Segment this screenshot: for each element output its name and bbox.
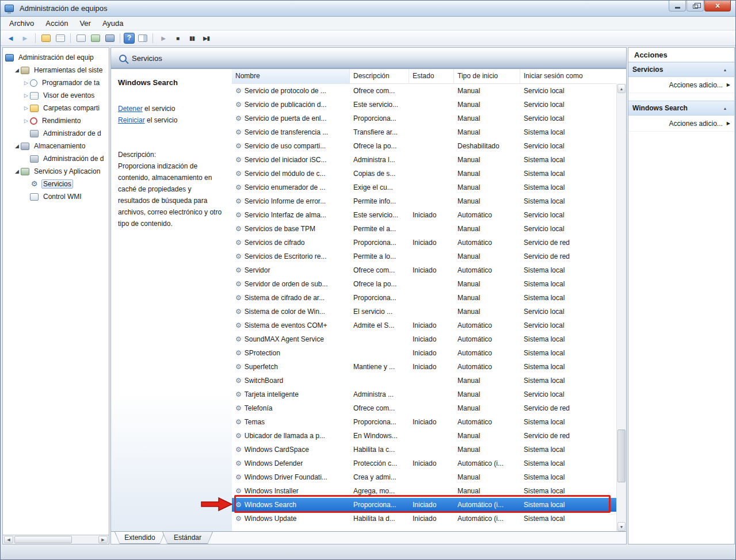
services-table-body: ⚙Servicio de protocolo de ... Ofrece com… [232, 84, 616, 531]
forward-button[interactable]: ► [18, 32, 32, 44]
tree-item-almacenamiento[interactable]: ◢ Almacenamiento [3, 140, 109, 152]
tree-item-administracion-de-discos[interactable]: ▷ Administración de d [3, 152, 109, 165]
table-row[interactable]: ⚙Sistema de color de Win... El servicio … [232, 305, 616, 319]
tree-item-visor-de-eventos[interactable]: ▷ Visor de eventos [3, 89, 109, 102]
stop-service-link[interactable]: Detener [118, 105, 143, 113]
minimize-button[interactable] [669, 1, 686, 11]
acciones-adicionales-servicios[interactable]: Acciones adicio... ▶ [628, 77, 734, 93]
acciones-adicionales-windows-search[interactable]: Acciones adicio... ▶ [628, 116, 734, 132]
stop-service-button[interactable]: ■ [171, 32, 184, 44]
scroll-left-button[interactable]: ◀ [4, 536, 13, 543]
twisty-collapsed-icon[interactable]: ▷ [22, 80, 30, 86]
table-row[interactable]: ⚙Servicio de protocolo de ... Ofrece com… [232, 84, 616, 98]
menu-ver[interactable]: Ver [74, 17, 97, 29]
table-row[interactable]: ⚙Servicio de transferencia ... Transfier… [232, 125, 616, 139]
title-bar[interactable]: Administración de equipos × [1, 1, 735, 17]
table-vertical-scrollbar[interactable]: ▲ ▼ [616, 84, 626, 531]
tree-item-administrador-de-dispositivos[interactable]: ▷ Administrador de d [3, 127, 109, 140]
table-row[interactable]: ⚙Servidor Ofrece com... Iniciado Automát… [232, 263, 616, 277]
table-row[interactable]: ⚙Sistema de cifrado de ar... Proporciona… [232, 291, 616, 305]
twisty-collapsed-icon[interactable]: ▷ [22, 105, 30, 111]
tree-item-herramientas-del-sistema[interactable]: ◢ Herramientas del siste [3, 64, 109, 76]
help-button[interactable]: ? [124, 33, 135, 44]
table-row[interactable]: ⚙Tarjeta inteligente Administra ... Manu… [232, 388, 616, 401]
table-row[interactable]: ⚙Servicio de publicación d... Este servi… [232, 98, 616, 112]
twisty-expanded-icon[interactable]: ◢ [13, 168, 21, 174]
twisty-collapsed-icon[interactable]: ▷ [22, 118, 30, 124]
table-row[interactable]: ⚙Servicio de uso comparti... Ofrece la p… [232, 139, 616, 153]
menu-archivo[interactable]: Archivo [3, 17, 40, 29]
column-header-descripcion[interactable]: Descripción [350, 69, 409, 83]
tree-item-servicios-y-aplicaciones[interactable]: ◢ Servicios y Aplicacion [3, 165, 109, 178]
table-row[interactable]: ⚙Servicio de puerta de enl... Proporcion… [232, 112, 616, 125]
scroll-up-button[interactable]: ▲ [617, 84, 626, 93]
actions-section-windows-search[interactable]: Windows Search ▲ [628, 101, 734, 116]
menu-accion[interactable]: Acción [40, 17, 74, 29]
table-row[interactable]: ⚙Servicios de base TPM Permite el a... M… [232, 222, 616, 236]
back-button[interactable]: ◄ [4, 32, 17, 44]
table-row[interactable]: ⚙Servicio del iniciador iSC... Administr… [232, 153, 616, 167]
tree-scrollbar-thumb[interactable] [14, 536, 72, 543]
tree-item-programador-de-tareas[interactable]: ▷ Programador de ta [3, 76, 109, 89]
tree-item-rendimiento[interactable]: ▷ Rendimiento [3, 114, 109, 127]
tree-horizontal-scrollbar[interactable]: ◀ ▶ [2, 535, 109, 544]
table-row[interactable]: ⚙SoundMAX Agent Service Iniciado Automát… [232, 332, 616, 346]
table-row[interactable]: ⚙Sistema de eventos COM+ Admite el S... … [232, 319, 616, 332]
actions-section-servicios[interactable]: Servicios ▲ [628, 62, 734, 77]
table-row[interactable]: ⚙Servidor de orden de sub... Ofrece la p… [232, 277, 616, 291]
refresh-button[interactable] [89, 32, 102, 44]
twisty-expanded-icon[interactable]: ◢ [13, 67, 21, 73]
table-row[interactable]: ⚙Windows Defender Protección c... Inicia… [232, 457, 616, 470]
show-console-tree-button[interactable] [39, 32, 52, 44]
table-row[interactable]: ⚙Servicio del módulo de c... Copias de s… [232, 167, 616, 181]
table-scrollbar-thumb[interactable] [617, 429, 626, 482]
table-row[interactable]: ⚙Windows Installer Agrega, mo... Manual … [232, 484, 616, 498]
tree-item-control-wmi[interactable]: ▷ Control WMI [3, 190, 109, 203]
table-row[interactable]: ⚙Telefonía Ofrece com... Manual Servicio… [232, 401, 616, 415]
tree-item-servicios[interactable]: ▷ ⚙ Servicios [3, 178, 109, 190]
table-row[interactable]: ⚙Superfetch Mantiene y ... Iniciado Auto… [232, 360, 616, 374]
column-header-nombre[interactable]: Nombre [232, 69, 350, 83]
tree-item-administracion-del-equipo[interactable]: Administración del equip [3, 51, 109, 64]
column-header-estado[interactable]: Estado [409, 69, 454, 83]
save-icon [105, 34, 115, 42]
tree-item-carpetas-compartidas[interactable]: ▷ Carpetas comparti [3, 102, 109, 114]
table-row[interactable]: ⚙Windows CardSpace Habilita la c... Manu… [232, 443, 616, 457]
table-row[interactable]: ⚙Servicio Informe de error... Permite in… [232, 194, 616, 208]
column-header-iniciar-sesion-como[interactable]: Iniciar sesión como [520, 69, 616, 83]
table-row[interactable]: ⚙Servicios de cifrado Proporciona... Ini… [232, 236, 616, 250]
table-row[interactable]: ⚙Temas Proporciona... Iniciado Automátic… [232, 415, 616, 429]
tab-estandar[interactable]: Estándar [162, 532, 213, 544]
start-service-button[interactable]: ▶ [157, 32, 170, 44]
scroll-down-button[interactable]: ▼ [617, 522, 626, 531]
submenu-arrow-icon: ▶ [727, 121, 730, 126]
table-row[interactable]: ⚙SProtection Iniciado Automático Sistema… [232, 346, 616, 360]
save-button[interactable] [103, 32, 116, 44]
tab-extendido[interactable]: Extendido [115, 532, 165, 544]
restart-service-link[interactable]: Reiniciar [118, 116, 145, 124]
service-logon-cell: Servicio de red [520, 404, 616, 412]
restore-button[interactable] [687, 1, 704, 11]
column-header-tipo-de-inicio[interactable]: Tipo de inicio [454, 69, 520, 83]
scroll-right-button[interactable]: ▶ [98, 536, 108, 543]
export-list-button[interactable] [54, 32, 67, 44]
table-row[interactable]: ⚙SwitchBoard Manual Sistema local [232, 374, 616, 388]
show-action-pane-button[interactable] [136, 32, 149, 44]
close-button[interactable]: × [704, 1, 731, 11]
menu-ayuda[interactable]: Ayuda [97, 17, 129, 29]
twisty-collapsed-icon[interactable]: ▷ [22, 93, 30, 98]
pause-service-button[interactable]: ▮▮ [185, 32, 199, 44]
table-row[interactable]: ⚙Servicio enumerador de ... Exige el cu.… [232, 181, 616, 194]
restart-service-button[interactable]: ▶▮ [200, 32, 213, 44]
table-row[interactable]: ⚙Windows Search Proporciona... Iniciado … [232, 498, 616, 512]
collapse-section-icon[interactable]: ▲ [720, 65, 730, 74]
service-startup-type-cell: Manual [454, 114, 520, 122]
table-row[interactable]: ⚙Servicios de Escritorio re... Permite a… [232, 250, 616, 263]
table-row[interactable]: ⚙Windows Update Habilita la d... Iniciad… [232, 512, 616, 526]
properties-button[interactable] [74, 32, 87, 44]
table-row[interactable]: ⚙Ubicador de llamada a p... En Windows..… [232, 429, 616, 443]
twisty-expanded-icon[interactable]: ◢ [13, 143, 21, 149]
table-row[interactable]: ⚙Servicio Interfaz de alma... Este servi… [232, 208, 616, 222]
collapse-section-icon[interactable]: ▲ [720, 103, 730, 113]
table-row[interactable]: ⚙Windows Driver Foundati... Crea y admi.… [232, 470, 616, 484]
